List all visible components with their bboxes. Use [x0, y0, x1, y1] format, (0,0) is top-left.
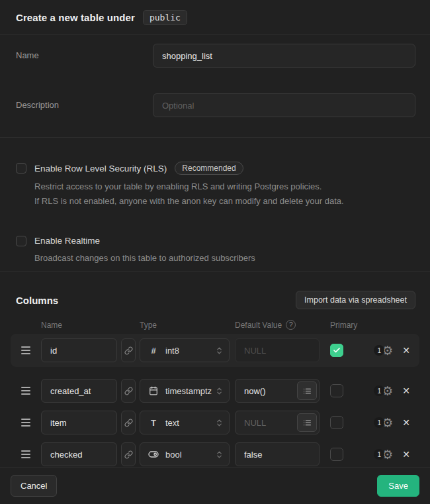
chevrons-up-down-icon	[215, 419, 224, 427]
column-settings-button[interactable]: 1 ⚙	[374, 344, 393, 357]
column-row-item: T text 1 ⚙ ✕	[11, 409, 419, 436]
chevrons-up-down-icon	[215, 387, 224, 395]
primary-checkbox[interactable]	[330, 448, 343, 461]
help-icon[interactable]: ?	[286, 320, 296, 330]
save-button[interactable]: Save	[377, 475, 419, 497]
remove-column-icon[interactable]: ✕	[402, 385, 410, 396]
header-name: Name	[41, 321, 117, 330]
chevrons-up-down-icon	[215, 450, 224, 459]
table-name-input[interactable]	[153, 44, 415, 68]
realtime-checkbox[interactable]	[16, 236, 26, 246]
column-type-select[interactable]: timestamptz	[140, 379, 230, 403]
table-description-input[interactable]	[153, 93, 415, 117]
toggle-icon	[148, 449, 159, 460]
column-default-input	[235, 338, 320, 362]
recommended-badge: Recommended	[175, 162, 243, 175]
options-section: Enable Row Level Security (RLS) Recommen…	[0, 138, 430, 272]
text-type-icon: T	[148, 418, 159, 428]
rls-description: Restrict access to your table by enablin…	[34, 179, 414, 209]
schema-badge: public	[143, 10, 187, 25]
table-info-section: Name Description	[0, 35, 430, 138]
default-value-menu-icon[interactable]	[297, 413, 317, 432]
name-label: Name	[16, 44, 153, 68]
column-name-input[interactable]	[41, 411, 117, 434]
dialog-title: Create a new table under	[16, 12, 135, 23]
column-name-input[interactable]	[41, 338, 117, 362]
rls-label: Enable Row Level Security (RLS)	[34, 164, 167, 174]
column-default-input[interactable]	[235, 442, 320, 466]
drag-handle-icon[interactable]	[16, 422, 36, 423]
columns-rows: # int8 1 ⚙ ✕	[11, 334, 419, 468]
header-default-value: Default Value	[235, 321, 282, 330]
chevrons-up-down-icon	[215, 346, 224, 355]
drag-handle-icon[interactable]	[16, 390, 36, 391]
column-settings-button[interactable]: 1 ⚙	[374, 448, 393, 461]
realtime-description: Broadcast changes on this table to autho…	[34, 251, 414, 266]
import-spreadsheet-button[interactable]: Import data via spreadsheet	[296, 291, 415, 309]
header-primary: Primary	[330, 321, 357, 330]
foreign-key-link-icon[interactable]	[121, 338, 136, 362]
primary-checkbox[interactable]	[330, 416, 343, 429]
rls-group: Enable Row Level Security (RLS) Recommen…	[16, 162, 414, 209]
column-name-input[interactable]	[41, 379, 117, 403]
foreign-key-link-icon[interactable]	[121, 411, 136, 434]
calendar-icon	[148, 386, 159, 395]
rls-checkbox[interactable]	[16, 163, 26, 174]
hash-icon: #	[148, 346, 159, 356]
column-row-created-at: timestamptz 1 ⚙ ✕	[11, 377, 419, 405]
column-type-select[interactable]: T text	[140, 411, 230, 434]
remove-column-icon[interactable]: ✕	[402, 449, 410, 460]
default-value-menu-icon[interactable]	[297, 381, 317, 400]
drag-handle-icon[interactable]	[16, 350, 36, 351]
column-name-input[interactable]	[41, 442, 117, 466]
columns-title: Columns	[16, 295, 58, 306]
dialog-header: Create a new table under public	[0, 0, 430, 35]
primary-checkbox[interactable]	[330, 384, 343, 397]
realtime-label: Enable Realtime	[34, 236, 100, 246]
realtime-group: Enable Realtime Broadcast changes on thi…	[16, 236, 414, 266]
remove-column-icon[interactable]: ✕	[402, 417, 410, 428]
column-settings-button[interactable]: 1 ⚙	[374, 385, 393, 397]
columns-grid-header: Name Type Default Value ? Primary	[11, 320, 419, 330]
column-row-id: # int8 1 ⚙ ✕	[11, 334, 419, 367]
column-type-select[interactable]: bool	[140, 442, 230, 466]
column-settings-button[interactable]: 1 ⚙	[374, 417, 393, 429]
foreign-key-link-icon[interactable]	[121, 379, 136, 403]
columns-section: Columns Import data via spreadsheet Name…	[0, 272, 430, 468]
remove-column-icon[interactable]: ✕	[402, 345, 410, 356]
description-label: Description	[16, 93, 153, 117]
cancel-button[interactable]: Cancel	[11, 475, 57, 497]
column-type-select[interactable]: # int8	[140, 338, 230, 362]
header-type: Type	[140, 321, 230, 330]
drag-handle-icon[interactable]	[16, 454, 36, 455]
foreign-key-link-icon[interactable]	[121, 442, 136, 466]
primary-checkbox[interactable]	[330, 344, 343, 357]
column-row-checked: bool 1 ⚙ ✕	[11, 440, 419, 468]
dialog-footer: Cancel Save	[0, 468, 430, 504]
